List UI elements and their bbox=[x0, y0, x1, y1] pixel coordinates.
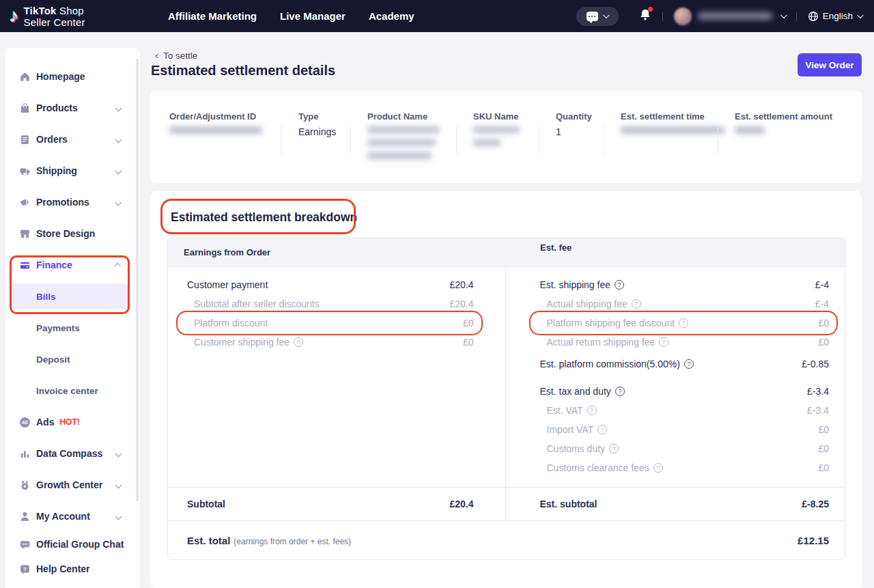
table-row: Import VAT £0 bbox=[540, 420, 830, 439]
sidebar-item-orders[interactable]: Orders bbox=[5, 124, 140, 155]
product-name-redacted bbox=[367, 126, 440, 133]
divider bbox=[718, 126, 718, 154]
sidebar-item-payments[interactable]: Payments bbox=[5, 312, 140, 344]
subtotal-label: Subtotal bbox=[187, 499, 225, 509]
sidebar-item-data-compass[interactable]: Data Compass bbox=[5, 438, 140, 469]
header-est-fee: Est. fee bbox=[506, 238, 572, 257]
subtotal-value: £20.4 bbox=[449, 499, 473, 509]
divider bbox=[456, 126, 457, 154]
help-icon[interactable] bbox=[632, 299, 641, 309]
order-document-icon bbox=[19, 134, 31, 145]
chevron-down-icon bbox=[115, 167, 122, 174]
help-icon[interactable] bbox=[659, 337, 668, 347]
sidebar-item-finance[interactable]: Finance bbox=[5, 249, 140, 281]
nav-academy[interactable]: Academy bbox=[369, 10, 414, 22]
svg-text:?: ? bbox=[23, 565, 27, 572]
help-icon[interactable] bbox=[679, 318, 688, 328]
messages-dropdown[interactable] bbox=[576, 7, 619, 26]
language-selector[interactable]: English bbox=[808, 11, 862, 22]
divider bbox=[662, 12, 663, 21]
sidebar-item-products[interactable]: Products bbox=[5, 92, 140, 124]
chevron-down-icon bbox=[857, 12, 864, 18]
sidebar-item-shipping[interactable]: Shipping bbox=[5, 155, 140, 186]
sidebar-item-help-center[interactable]: ? Help Center bbox=[5, 557, 140, 581]
help-icon[interactable] bbox=[587, 406, 597, 415]
col-product-name: Product Name bbox=[367, 111, 440, 159]
language-label: English bbox=[823, 11, 853, 21]
subtotal-row: Subtotal £20.4 Est. subtotal £-8.25 bbox=[168, 487, 845, 520]
sidebar-item-invoice-center[interactable]: Invoice center bbox=[5, 375, 140, 406]
globe-icon bbox=[808, 11, 819, 22]
settlement-time-redacted bbox=[621, 126, 724, 134]
sidebar-scrollbar[interactable] bbox=[136, 59, 139, 501]
chevron-up-icon bbox=[114, 262, 121, 269]
help-icon[interactable] bbox=[615, 280, 624, 290]
breadcrumb-back-to-settle[interactable]: To settle bbox=[155, 49, 197, 61]
brand-bold: TikTok bbox=[24, 5, 57, 16]
brand-text: TikTok Shop Seller Center bbox=[24, 5, 85, 28]
est-total-label: Est. total bbox=[187, 535, 230, 546]
sidebar-item-homepage[interactable]: Homepage bbox=[5, 61, 140, 92]
col-order-adjustment-id: Order/Adjustment ID bbox=[169, 111, 262, 134]
help-icon[interactable] bbox=[597, 425, 607, 434]
col-sku-name: SKU Name bbox=[473, 111, 520, 146]
est-total-row: Est. total(earnings from order + est. fe… bbox=[168, 520, 845, 559]
tiktok-note-icon bbox=[10, 7, 19, 25]
help-icon[interactable] bbox=[294, 337, 303, 347]
chevron-down-icon bbox=[115, 136, 122, 143]
breakdown-table: Earnings from Order Est. fee Customer pa… bbox=[167, 238, 845, 560]
settlement-breakdown-card: Estimated settlement breakdown Earnings … bbox=[150, 191, 862, 588]
chevron-down-icon bbox=[115, 199, 122, 206]
est-total-note: (earnings from order + est. fees) bbox=[234, 537, 351, 546]
product-name-redacted bbox=[367, 152, 432, 159]
sku-name-redacted bbox=[473, 139, 501, 146]
help-icon[interactable] bbox=[653, 463, 663, 473]
shop-name-redacted bbox=[699, 12, 772, 20]
help-icon[interactable] bbox=[615, 387, 625, 396]
sidebar-item-ads[interactable]: AD Ads HOT! bbox=[5, 406, 140, 438]
person-icon bbox=[19, 511, 31, 522]
chevron-down-icon bbox=[115, 104, 122, 111]
notification-dot bbox=[648, 7, 653, 12]
quantity-value: 1 bbox=[556, 126, 592, 137]
sidebar-item-official-group-chat[interactable]: Official Group Chat bbox=[5, 532, 140, 557]
view-order-button[interactable]: View Order bbox=[798, 53, 862, 76]
account-menu[interactable] bbox=[674, 8, 785, 25]
sidebar-item-deposit[interactable]: Deposit bbox=[5, 344, 140, 375]
earnings-column: Customer payment £20.4 Subtotal after se… bbox=[168, 267, 506, 487]
table-row: Customer shipping fee £0 bbox=[187, 333, 474, 352]
notifications-button[interactable] bbox=[639, 8, 651, 24]
ads-icon: AD bbox=[19, 417, 31, 428]
table-row: Est. shipping fee £-4 bbox=[540, 275, 830, 294]
hot-badge: HOT! bbox=[59, 417, 79, 427]
nav-live-manager[interactable]: Live Manager bbox=[280, 10, 346, 22]
col-type: Type Earnings bbox=[298, 111, 336, 137]
sidebar-item-bills[interactable]: Bills bbox=[5, 281, 140, 312]
avatar bbox=[674, 8, 692, 25]
table-row-platform-discount-annotated: Platform discount £0 bbox=[187, 313, 474, 333]
group-chat-icon bbox=[19, 539, 31, 550]
col-quantity: Quantity 1 bbox=[556, 111, 592, 137]
sidebar-item-promotions[interactable]: Promotions bbox=[5, 186, 140, 218]
header-earnings-from-order: Earnings from Order bbox=[168, 238, 506, 266]
sidebar-item-store-design[interactable]: Store Design bbox=[5, 218, 140, 249]
tiktok-shop-logo[interactable]: TikTok Shop Seller Center bbox=[10, 5, 85, 28]
type-value: Earnings bbox=[298, 126, 336, 137]
help-icon[interactable] bbox=[609, 444, 619, 453]
nav-affiliate-marketing[interactable]: Affiliate Marketing bbox=[168, 10, 257, 22]
table-row: Actual shipping fee £-4 bbox=[540, 294, 830, 313]
truck-icon bbox=[19, 165, 31, 177]
fees-column: Est. shipping fee £-4 Actual shipping fe… bbox=[506, 267, 845, 487]
help-icon[interactable] bbox=[684, 359, 694, 369]
col-est-settlement-time: Est. settlement time bbox=[621, 111, 724, 134]
order-summary-card: Order/Adjustment ID Type Earnings Produc… bbox=[150, 91, 862, 183]
chevron-down-icon bbox=[780, 12, 787, 18]
chat-bubble-icon bbox=[587, 12, 598, 21]
est-subtotal-label: Est. subtotal bbox=[540, 499, 597, 509]
sidebar-item-growth-center[interactable]: Growth Center bbox=[5, 469, 140, 501]
sidebar-item-my-account[interactable]: My Account bbox=[5, 501, 140, 532]
bar-chart-icon bbox=[19, 448, 31, 460]
table-row: Actual return shipping fee £0 bbox=[540, 333, 830, 352]
order-id-redacted bbox=[169, 126, 262, 134]
product-name-redacted bbox=[367, 139, 436, 146]
